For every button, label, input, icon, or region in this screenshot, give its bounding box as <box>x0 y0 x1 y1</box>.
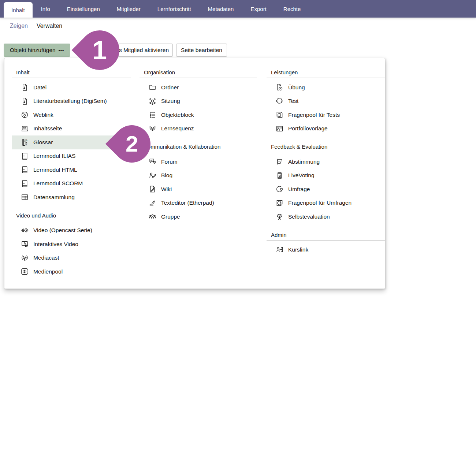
activate-member-button-label: s Mitglied aktivieren <box>119 47 169 53</box>
menu-item-label: LiveVoting <box>288 172 315 179</box>
menu-item-portfoliovorlage[interactable]: Portfoliovorlage <box>267 122 385 136</box>
menu-item-label: Datei <box>33 84 47 91</box>
menu-item-lernmodul-html[interactable]: Lernmodul HTML <box>12 163 131 177</box>
blog-icon <box>148 171 157 180</box>
menu-item-livevoting[interactable]: LiveVoting <box>267 169 385 183</box>
menu-item-label: Portfoliovorlage <box>288 125 328 132</box>
ellipsis-icon: ••• <box>59 48 64 53</box>
tab-rechte[interactable]: Rechte <box>275 0 309 18</box>
subnav-item-verwalten[interactable]: Verwalten <box>37 23 62 29</box>
edit-page-button[interactable]: Seite bearbeiten <box>176 44 227 57</box>
tab-inhalt[interactable]: Inhalt <box>4 2 33 18</box>
menu-item-lernmodul-scorm[interactable]: Lernmodul SCORM <box>12 177 131 191</box>
tab-einstellungen[interactable]: Einstellungen <box>59 0 108 18</box>
menu-section-video-audio: Video und Audio Video (Opencast Serie) I… <box>12 211 131 279</box>
menu-item-video-opencast[interactable]: Video (Opencast Serie) <box>12 224 131 238</box>
folder-icon <box>148 83 157 92</box>
tab-info[interactable]: Info <box>33 0 59 18</box>
tab-export[interactable]: Export <box>242 0 275 18</box>
menu-item-label: Lernmodul HTML <box>33 167 77 173</box>
tab-mitglieder[interactable]: Mitglieder <box>108 0 149 18</box>
wiki-icon <box>148 185 157 193</box>
exercise-icon <box>275 83 284 92</box>
menu-item-abstimmung[interactable]: Abstimmung <box>267 155 385 169</box>
menu-item-mediacast[interactable]: Mediacast <box>12 251 131 265</box>
portfolio-template-icon <box>275 124 284 133</box>
menu-item-datei[interactable]: Datei <box>12 81 131 94</box>
menu-item-sitzung[interactable]: Sitzung <box>140 94 257 108</box>
menu-item-label: Ordner <box>161 84 179 91</box>
menu-item-medienpool[interactable]: Medienpool <box>12 265 131 279</box>
question-pool-test-icon <box>275 111 284 119</box>
menu-item-inhaltsseite[interactable]: Inhaltsseite <box>12 122 131 136</box>
poll-icon <box>275 157 284 166</box>
menu-item-label: Abstimmung <box>288 159 320 165</box>
menu-item-literaturbestellung[interactable]: Literaturbestellung (DigiSem) <box>12 94 131 108</box>
menu-item-label: Fragenpool für Umfragen <box>288 200 352 206</box>
menu-item-label: Test <box>288 98 298 104</box>
menu-column-inhalt: Inhalt Datei Literaturbestellung (DigiSe… <box>12 58 131 279</box>
annotation-marker-2-number: 2 <box>126 133 138 155</box>
menu-item-blog[interactable]: Blog <box>140 169 257 183</box>
menu-item-test[interactable]: Test <box>267 94 385 108</box>
interactive-video-icon <box>21 240 29 248</box>
menu-item-label: Selbstevaluation <box>288 213 330 220</box>
globe-icon <box>21 111 29 119</box>
learning-sequence-icon <box>148 124 157 133</box>
menu-item-label: Gruppe <box>161 213 180 220</box>
menu-item-label: Objekteblock <box>161 112 194 118</box>
section-title: Kommunikation & Kollaboration <box>140 142 257 152</box>
menu-item-selbstevaluation[interactable]: Selbstevaluation <box>267 210 385 224</box>
menu-item-interaktives-video[interactable]: Interaktives Video <box>12 237 131 251</box>
self-evaluation-icon <box>275 212 284 221</box>
menu-item-texteditor[interactable]: Texteditor (Etherpad) <box>140 196 257 210</box>
menu-item-label: Weblink <box>33 112 53 118</box>
data-table-icon <box>21 193 29 201</box>
menu-item-objekteblock[interactable]: Objekteblock <box>140 108 257 122</box>
menu-item-label: Blog <box>161 172 172 179</box>
group-icon <box>148 212 157 221</box>
menu-item-fragenpool-tests[interactable]: Fragenpool für Tests <box>267 108 385 122</box>
menu-item-kurslink[interactable]: Kurslink <box>267 243 385 257</box>
menu-item-label: Lernsequenz <box>161 125 194 132</box>
menu-item-datensammlung[interactable]: Datensammlung <box>12 190 131 204</box>
top-tab-bar: Inhalt Info Einstellungen Mitglieder Ler… <box>0 0 476 18</box>
forum-icon <box>148 157 157 166</box>
item-group-icon <box>148 111 157 119</box>
menu-item-label: Glossar <box>33 139 53 146</box>
edit-page-button-label: Seite bearbeiten <box>181 47 222 53</box>
tab-lernfortschritt[interactable]: Lernfortschritt <box>149 0 200 18</box>
menu-section-organisation: Organisation Ordner Sitzung Objekteblock… <box>140 68 257 135</box>
menu-item-label: Kurslink <box>288 246 308 253</box>
menu-item-fragenpool-umfragen[interactable]: Fragenpool für Umfragen <box>267 196 385 210</box>
menu-section-feedback: Feedback & Evaluation Abstimmung LiveVot… <box>267 142 385 224</box>
menu-item-label: Lernmodul ILIAS <box>33 153 75 159</box>
section-title: Organisation <box>140 68 257 78</box>
menu-item-label: Fragenpool für Tests <box>288 112 340 118</box>
menu-item-lernsequenz[interactable]: Lernsequenz <box>140 122 257 136</box>
menu-item-label: Übung <box>288 84 305 91</box>
menu-item-label: Video (Opencast Serie) <box>33 227 92 234</box>
menu-item-ordner[interactable]: Ordner <box>140 81 257 94</box>
add-object-button[interactable]: Objekt hinzufügen ••• <box>4 44 70 57</box>
menu-item-wiki[interactable]: Wiki <box>140 182 257 196</box>
annotation-marker-1-number: 1 <box>92 37 107 63</box>
svg-text:Z: Z <box>26 143 27 146</box>
menu-item-label: Inhaltsseite <box>33 125 62 132</box>
learning-module-icon <box>21 166 29 174</box>
section-title: Video und Audio <box>12 211 131 221</box>
menu-item-label: Literaturbestellung (DigiSem) <box>33 98 107 104</box>
subnav-item-zeigen[interactable]: Zeigen <box>10 23 28 29</box>
menu-item-uebung[interactable]: Übung <box>267 81 385 94</box>
menu-column-leistungen: Leistungen Übung Test Fragenpool für Tes… <box>267 58 385 257</box>
tab-metadaten[interactable]: Metadaten <box>200 0 242 18</box>
menu-item-forum[interactable]: Forum <box>140 155 257 169</box>
menu-item-label: Datensammlung <box>33 194 75 201</box>
menu-section-kommunikation: Kommunikation & Kollaboration Forum Blog… <box>140 142 257 224</box>
menu-item-weblink[interactable]: Weblink <box>12 108 131 122</box>
menu-item-gruppe[interactable]: Gruppe <box>140 210 257 224</box>
menu-item-label: Interaktives Video <box>33 241 78 248</box>
learning-module-icon <box>21 179 29 188</box>
menu-item-umfrage[interactable]: Umfrage <box>267 182 385 196</box>
add-object-dropdown-panel: Inhalt Datei Literaturbestellung (DigiSe… <box>4 58 385 289</box>
